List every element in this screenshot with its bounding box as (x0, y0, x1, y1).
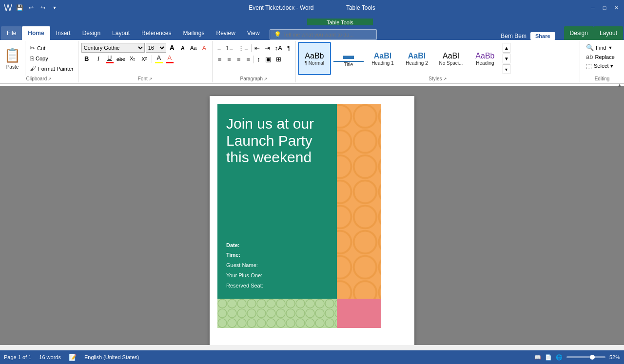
style-nospace-preview: AaBl (443, 52, 459, 60)
font-group-label: Font (138, 76, 148, 81)
copy-button[interactable]: ⎘ Copy (28, 54, 75, 62)
cut-button[interactable]: ✂ Cut (28, 44, 75, 52)
web-layout-button[interactable]: 🌐 (556, 354, 563, 361)
align-center-button[interactable]: ≡ (225, 54, 234, 64)
clear-formatting-button[interactable]: A (199, 43, 209, 53)
tell-me-input[interactable] (283, 32, 371, 38)
styles-scroll-down[interactable]: ▼ (503, 54, 510, 63)
document-title: Event Ticket.docx - Word Table Tools (249, 4, 375, 11)
shrink-font-button[interactable]: A (178, 43, 188, 53)
orange-pattern-svg (337, 104, 381, 299)
format-painter-button[interactable]: 🖌 Format Painter (28, 64, 75, 73)
replace-icon: ab (586, 53, 593, 60)
minimize-button[interactable]: ─ (589, 4, 597, 12)
title-bar: W 💾 ↩ ↪ ▼ Event Ticket.docx - Word Table… (0, 0, 624, 16)
qat-dropdown[interactable]: ▼ (50, 3, 59, 12)
style-nospace-label: No Spaci... (439, 60, 463, 66)
restore-button[interactable]: □ (601, 4, 608, 12)
multilevel-list-button[interactable]: ⋮≡ (236, 43, 250, 53)
tab-mailings[interactable]: Mailings (177, 26, 210, 40)
styles-group-label: Styles (429, 76, 442, 81)
close-button[interactable]: ✕ (612, 4, 620, 12)
styles-more[interactable]: ▾ (503, 64, 510, 74)
ticket-plusone: Your Plus-One: (226, 270, 328, 281)
document-page: Join us at our Launch Party this weekend… (210, 96, 414, 345)
paragraph-expand-icon[interactable]: ↗ (264, 77, 268, 81)
style-h2-preview: AaBl (408, 52, 426, 60)
tab-view[interactable]: View (241, 26, 266, 40)
tab-file[interactable]: File (1, 26, 22, 40)
print-layout-button[interactable]: 📄 (545, 354, 552, 361)
status-bar-right: 📖 📄 🌐 52% (534, 354, 620, 361)
ticket-orange-cell (337, 104, 381, 299)
select-button[interactable]: ⬚ Select ▾ (584, 61, 620, 71)
replace-button[interactable]: ab Replace (584, 52, 620, 61)
share-button[interactable]: Share (530, 32, 555, 40)
italic-button[interactable]: I (93, 54, 104, 64)
tab-references[interactable]: References (136, 26, 177, 40)
style-nospacing[interactable]: AaBl No Spaci... (434, 42, 468, 75)
style-heading1[interactable]: AaBl Heading 1 (366, 42, 399, 75)
font-expand-icon[interactable]: ↗ (149, 77, 153, 81)
shading-button[interactable]: ▣ (263, 54, 273, 64)
font-color-button[interactable]: A (165, 54, 175, 64)
show-paragraph-button[interactable]: ¶ (285, 43, 292, 53)
find-icon: 🔍 (586, 44, 594, 51)
tab-review[interactable]: Review (210, 26, 241, 40)
superscript-button[interactable]: X² (139, 54, 150, 64)
numbering-button[interactable]: 1≡ (224, 43, 235, 53)
line-spacing-button[interactable]: ↕ (255, 54, 262, 64)
clipboard-expand-icon[interactable]: ↗ (48, 77, 52, 81)
tab-home[interactable]: Home (22, 26, 50, 40)
save-button[interactable]: 💾 (15, 3, 24, 12)
style-title[interactable]: ▬ Title (332, 42, 365, 75)
borders-button[interactable]: ⊞ (274, 54, 283, 64)
tab-design[interactable]: Design (77, 26, 106, 40)
bold-button[interactable]: B (81, 54, 92, 64)
style-heading2[interactable]: AaBl Heading 2 (400, 42, 433, 75)
styles-scroll-up[interactable]: ▲ (503, 43, 510, 53)
redo-button[interactable]: ↪ (39, 3, 47, 12)
sort-button[interactable]: ↕A (273, 43, 284, 53)
grow-font-button[interactable]: A (167, 43, 177, 53)
align-right-button[interactable]: ≡ (234, 54, 243, 64)
font-family-select[interactable]: Century Gothic (81, 43, 145, 53)
change-case-button[interactable]: Aa (189, 43, 198, 53)
ribbon-collapse-button[interactable]: ▲ (617, 82, 622, 88)
styles-expand-icon[interactable]: ↗ (443, 77, 447, 81)
table-tools-context: Table Tools (0, 16, 624, 25)
select-icon: ⬚ (586, 62, 592, 70)
decrease-indent-button[interactable]: ⇤ (253, 43, 262, 53)
tab-insert[interactable]: Insert (50, 26, 77, 40)
highlight-color-bar (155, 62, 163, 63)
increase-indent-button[interactable]: ⇥ (263, 43, 272, 53)
zoom-level: 52% (609, 354, 620, 360)
style-normal[interactable]: AaBb ¶ Normal (298, 42, 331, 75)
justify-button[interactable]: ≡ (244, 54, 253, 64)
undo-button[interactable]: ↩ (27, 3, 36, 12)
tab-table-layout[interactable]: Layout (594, 26, 623, 40)
ribbon-content: 📋 Paste ✂ Cut ⎘ Copy 🖌 Format Painter Cl (0, 40, 624, 84)
font-size-select[interactable]: 16 (146, 43, 166, 53)
find-dropdown-icon: ▼ (608, 45, 612, 50)
format-painter-icon: 🖌 (30, 65, 36, 72)
style-heading-label: Heading (476, 60, 494, 66)
editing-group-label: Editing (595, 76, 610, 81)
align-left-button[interactable]: ≡ (215, 54, 224, 64)
zoom-slider[interactable] (566, 356, 605, 358)
find-button[interactable]: 🔍 Find ▼ (584, 43, 620, 52)
ticket-title: Join us at our Launch Party this weekend (226, 115, 328, 240)
zoom-thumb (590, 355, 595, 360)
style-heading[interactable]: AaBb Heading (468, 42, 502, 75)
subscript-button[interactable]: X₂ (127, 54, 138, 64)
paste-button[interactable]: 📋 Paste (0, 41, 25, 76)
ticket-guest: Guest Name: (226, 260, 328, 270)
green-pattern-svg (217, 299, 337, 328)
underline-button[interactable]: U (105, 54, 115, 64)
read-mode-button[interactable]: 📖 (534, 354, 541, 361)
text-highlight-button[interactable]: A (154, 54, 164, 64)
strikethrough-button[interactable]: abc (116, 54, 126, 64)
tab-table-design[interactable]: Design (564, 26, 594, 40)
bullets-button[interactable]: ≡ (215, 43, 223, 53)
tab-layout[interactable]: Layout (106, 26, 136, 40)
